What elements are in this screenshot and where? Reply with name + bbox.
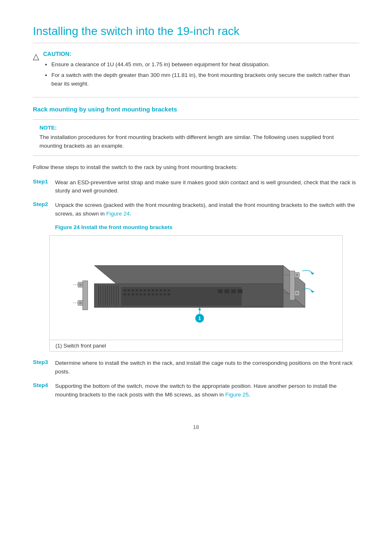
svg-rect-25 (167, 289, 170, 292)
svg-point-48 (79, 302, 81, 304)
step-4-text-before: Supporting the bottom of the switch, mov… (55, 383, 337, 398)
section-heading: Rack mounting by using front mounting br… (33, 106, 359, 113)
svg-rect-30 (139, 293, 142, 296)
step-2-label: Step2 (33, 201, 52, 207)
figure-24-caption: Figure 24 Install the front mounting bra… (55, 224, 359, 230)
caution-item-1: Ensure a clearance of 1U (44.45 mm, or 1… (51, 60, 359, 69)
note-box: NOTE: The installation procedures for fr… (33, 119, 359, 156)
svg-rect-38 (218, 289, 223, 294)
svg-rect-14 (123, 289, 126, 292)
note-label: NOTE: (39, 125, 353, 131)
step-4: Step4 Supporting the bottom of the switc… (33, 382, 359, 399)
step-3-text: Determine where to install the switch in… (55, 359, 359, 376)
svg-rect-40 (231, 289, 236, 294)
svg-point-55 (296, 292, 298, 294)
caution-list: Ensure a clearance of 1U (44.45 mm, or 1… (43, 60, 359, 88)
svg-rect-51 (290, 271, 295, 300)
svg-rect-36 (163, 293, 166, 296)
svg-rect-33 (151, 293, 154, 296)
svg-rect-27 (127, 293, 130, 296)
page-number: 18 (33, 424, 359, 430)
figure-25-link[interactable]: Figure 25 (225, 392, 249, 398)
intro-text: Follow these steps to install the switch… (33, 163, 359, 172)
svg-rect-21 (151, 289, 154, 292)
svg-marker-63 (198, 307, 201, 310)
step-3-label: Step3 (33, 359, 52, 365)
step-3: Step3 Determine where to install the swi… (33, 359, 359, 376)
svg-rect-23 (159, 289, 162, 292)
svg-rect-22 (155, 289, 158, 292)
svg-rect-35 (159, 293, 162, 296)
svg-rect-15 (127, 289, 130, 292)
svg-rect-26 (123, 293, 126, 296)
svg-marker-58 (311, 272, 315, 275)
caution-label: CAUTION: (43, 51, 359, 57)
step-2: Step2 Unpack the screws (packed with the… (33, 201, 359, 218)
page-title: Installing the switch into the 19-inch r… (33, 25, 359, 43)
svg-text:1: 1 (198, 316, 201, 321)
svg-marker-0 (94, 266, 305, 284)
svg-rect-24 (163, 289, 166, 292)
figure-footer: (1) Switch front panel (49, 340, 343, 352)
caution-box: △ CAUTION: Ensure a clearance of 1U (44.… (33, 51, 359, 97)
switch-diagram: 1 (58, 244, 334, 334)
svg-rect-37 (167, 293, 170, 296)
svg-rect-44 (83, 281, 88, 310)
step-2-text-after: . (130, 211, 131, 217)
svg-rect-18 (139, 289, 142, 292)
step-4-text: Supporting the bottom of the switch, mov… (55, 382, 359, 399)
caution-item-2: For a switch with the depth greater than… (51, 71, 359, 88)
figure-24-container: 1 (1) Switch front panel (49, 235, 343, 352)
svg-rect-16 (131, 289, 134, 292)
step-1-text: Wear an ESD-preventive wrist strap and m… (55, 178, 359, 196)
svg-rect-20 (148, 289, 150, 292)
svg-rect-19 (143, 289, 146, 292)
caution-content: CAUTION: Ensure a clearance of 1U (44.45… (43, 51, 359, 90)
step-1-label: Step1 (33, 178, 52, 185)
svg-rect-31 (143, 293, 146, 296)
step-4-label: Step4 (33, 382, 52, 388)
step-4-text-after: . (249, 392, 250, 398)
svg-rect-28 (131, 293, 134, 296)
caution-icon: △ (33, 51, 39, 61)
svg-rect-29 (135, 293, 138, 296)
step-2-text: Unpack the screws (packed with the front… (55, 201, 359, 218)
svg-rect-39 (224, 289, 229, 294)
svg-rect-32 (148, 293, 150, 296)
step-2-text-before: Unpack the screws (packed with the front… (55, 202, 355, 217)
svg-rect-17 (135, 289, 138, 292)
note-text: The installation procedures for front mo… (39, 133, 353, 151)
step-1: Step1 Wear an ESD-preventive wrist strap… (33, 178, 359, 196)
svg-marker-59 (311, 290, 315, 293)
figure-24-link[interactable]: Figure 24 (106, 211, 130, 217)
svg-point-47 (79, 284, 81, 286)
figure-24-image: 1 (49, 235, 343, 340)
svg-rect-41 (238, 289, 242, 294)
svg-point-54 (296, 274, 298, 276)
svg-rect-34 (155, 293, 158, 296)
